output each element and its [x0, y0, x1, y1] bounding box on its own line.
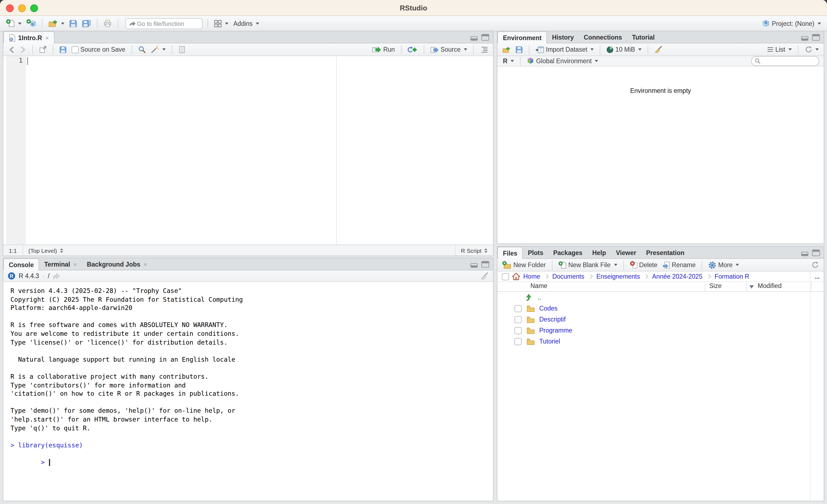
breadcrumb-overflow-button[interactable]: ... — [810, 272, 824, 281]
clear-objects-button[interactable] — [653, 45, 664, 54]
save-button[interactable] — [68, 18, 78, 28]
delete-file-button[interactable]: Delete — [629, 260, 659, 270]
tab-packages[interactable]: Packages — [548, 247, 587, 258]
file-name[interactable]: .. — [538, 294, 541, 301]
open-file-button[interactable] — [47, 18, 65, 29]
minimize-pane-icon[interactable] — [801, 252, 808, 256]
tab-console[interactable]: Console — [3, 258, 39, 270]
forward-button[interactable] — [19, 45, 28, 54]
file-type-selector[interactable]: R Script — [455, 245, 493, 256]
console-output[interactable]: R version 4.4.3 (2025-02-28) -- "Trophy … — [3, 282, 493, 501]
tab-terminal[interactable]: Terminal × — [39, 258, 82, 270]
column-name[interactable]: Name — [530, 282, 547, 289]
breadcrumb-formation-r[interactable]: Formation R — [715, 273, 749, 280]
open-in-window-icon[interactable] — [53, 273, 60, 279]
find-replace-button[interactable] — [137, 45, 147, 54]
scope-selector[interactable]: (Top Level) — [23, 245, 68, 256]
file-name[interactable]: Codes — [539, 305, 558, 312]
breadcrumb-documents[interactable]: Documents — [552, 273, 584, 280]
breadcrumb-home[interactable]: Home — [523, 273, 540, 280]
select-all-checkbox[interactable] — [502, 273, 509, 280]
tab-viewer[interactable]: Viewer — [611, 247, 641, 258]
tab-help[interactable]: Help — [587, 247, 611, 258]
back-button[interactable] — [7, 45, 16, 54]
save-source-button[interactable] — [58, 45, 68, 54]
breadcrumb-annee[interactable]: Année 2024-2025 — [652, 273, 702, 280]
tab-environment[interactable]: Environment — [497, 31, 547, 43]
close-icon[interactable]: × — [74, 261, 77, 267]
file-name[interactable]: Descriptif — [539, 316, 566, 323]
minimize-pane-icon[interactable] — [471, 36, 478, 41]
minimize-pane-icon[interactable] — [801, 36, 808, 41]
zoom-window-button[interactable] — [30, 4, 38, 12]
save-workspace-button[interactable] — [515, 45, 524, 54]
file-row-up[interactable]: .. — [497, 292, 824, 303]
tab-history[interactable]: History — [547, 31, 579, 43]
tab-plots[interactable]: Plots — [523, 247, 548, 258]
file-row-programme[interactable]: Programme — [497, 325, 824, 336]
popout-button[interactable] — [38, 45, 48, 54]
file-checkbox[interactable] — [515, 327, 522, 334]
list-view-selector[interactable]: List — [766, 45, 793, 54]
rename-file-button[interactable]: Rename — [662, 260, 697, 270]
tab-presentation[interactable]: Presentation — [641, 247, 689, 258]
file-row-codes[interactable]: Codes — [497, 303, 824, 314]
maximize-pane-icon[interactable] — [812, 249, 820, 256]
addins-menu[interactable]: Addins — [232, 19, 260, 28]
project-selector[interactable]: R Project: (None) — [760, 18, 822, 29]
minimize-pane-icon[interactable] — [471, 263, 478, 268]
tab-files[interactable]: Files — [497, 247, 523, 259]
source-on-save-checkbox[interactable] — [71, 46, 79, 53]
close-icon[interactable]: × — [45, 34, 49, 41]
tab-connections[interactable]: Connections — [579, 31, 627, 43]
environment-search-input[interactable] — [763, 57, 816, 65]
document-outline-button[interactable] — [479, 45, 489, 54]
tab-1intro-r[interactable]: R 1Intro.R × — [3, 31, 54, 43]
close-window-button[interactable] — [6, 4, 14, 12]
maximize-pane-icon[interactable] — [812, 34, 820, 41]
pane-layout-button[interactable] — [213, 18, 230, 28]
import-dataset-button[interactable]: Import Dataset — [534, 44, 595, 55]
load-workspace-button[interactable] — [501, 45, 512, 54]
editor-text-area[interactable] — [26, 56, 493, 244]
tab-tutorial[interactable]: Tutorial — [627, 31, 660, 43]
column-modified[interactable]: Modified — [758, 282, 782, 289]
file-checkbox[interactable] — [515, 305, 522, 312]
close-icon[interactable]: × — [144, 261, 147, 267]
save-all-button[interactable] — [81, 18, 92, 29]
new-file-button[interactable] — [5, 18, 22, 29]
source-button[interactable]: Source — [429, 45, 468, 54]
console-prompt[interactable]: > — [10, 450, 493, 476]
refresh-files-button[interactable] — [810, 260, 820, 270]
goto-file-input[interactable] — [136, 19, 199, 27]
global-environment-selector[interactable]: Global Environment — [526, 56, 599, 66]
print-button[interactable] — [102, 18, 113, 29]
goto-file-search[interactable] — [126, 18, 202, 29]
memory-usage-button[interactable]: 10 MiB — [605, 45, 643, 54]
maximize-pane-icon[interactable] — [481, 261, 489, 268]
run-button[interactable]: Run — [371, 45, 396, 54]
file-checkbox[interactable] — [515, 316, 522, 323]
language-selector[interactable]: R — [502, 57, 515, 65]
file-name[interactable]: Programme — [539, 327, 572, 334]
new-blank-file-button[interactable]: New Blank File — [557, 260, 618, 270]
minimize-window-button[interactable] — [18, 4, 26, 12]
new-folder-button[interactable]: New Folder — [501, 260, 547, 270]
more-file-commands-button[interactable]: More — [707, 260, 740, 270]
file-row-descriptif[interactable]: Descriptif — [497, 314, 824, 325]
new-project-button[interactable]: R — [25, 18, 37, 29]
compile-report-button[interactable] — [177, 45, 187, 54]
environment-search-box[interactable] — [751, 56, 819, 66]
file-checkbox[interactable] — [515, 338, 522, 345]
clear-console-icon[interactable] — [480, 272, 489, 280]
tab-background-jobs[interactable]: Background Jobs × — [82, 258, 152, 270]
code-tools-button[interactable] — [150, 45, 167, 54]
rerun-button[interactable] — [406, 45, 419, 54]
file-name[interactable]: Tutoriel — [539, 338, 560, 345]
column-size[interactable]: Size — [709, 282, 722, 289]
refresh-environment-button[interactable] — [804, 45, 820, 54]
code-editor[interactable]: 1 — [3, 56, 493, 244]
breadcrumb-enseignements[interactable]: Enseignements — [596, 273, 640, 280]
source-on-save-toggle[interactable]: Source on Save — [70, 45, 127, 54]
maximize-pane-icon[interactable] — [481, 34, 489, 41]
